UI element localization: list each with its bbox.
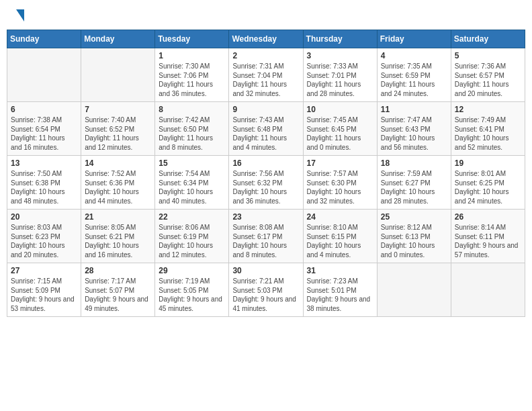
day-number: 11: [381, 105, 447, 114]
day-number: 30: [232, 266, 299, 275]
day-number: 7: [85, 105, 151, 114]
day-info: Sunrise: 7:38 AMSunset: 6:54 PMDaylight:…: [11, 116, 77, 152]
day-number: 27: [11, 266, 77, 275]
calendar-cell: 24Sunrise: 8:10 AMSunset: 6:15 PMDayligh…: [303, 210, 377, 263]
day-info: Sunrise: 7:31 AMSunset: 7:04 PMDaylight:…: [232, 62, 299, 98]
week-row-2: 6Sunrise: 7:38 AMSunset: 6:54 PMDaylight…: [7, 102, 525, 156]
calendar-cell: 30Sunrise: 7:21 AMSunset: 5:03 PMDayligh…: [229, 263, 303, 317]
calendar-cell: 15Sunrise: 7:54 AMSunset: 6:34 PMDayligh…: [155, 156, 229, 210]
calendar-cell: 2Sunrise: 7:31 AMSunset: 7:04 PMDaylight…: [229, 48, 303, 102]
day-number: 4: [381, 51, 447, 60]
day-number: 21: [85, 212, 151, 222]
calendar-table: SundayMondayTuesdayWednesdayThursdayFrid…: [7, 30, 525, 317]
day-info: Sunrise: 7:40 AMSunset: 6:52 PMDaylight:…: [85, 116, 151, 152]
day-number: 24: [307, 212, 373, 222]
day-info: Sunrise: 7:35 AMSunset: 6:59 PMDaylight:…: [381, 62, 447, 98]
day-number: 31: [307, 266, 373, 275]
calendar-cell: 8Sunrise: 7:42 AMSunset: 6:50 PMDaylight…: [155, 102, 229, 156]
calendar-cell: 4Sunrise: 7:35 AMSunset: 6:59 PMDaylight…: [377, 48, 451, 102]
calendar-cell: 31Sunrise: 7:23 AMSunset: 5:01 PMDayligh…: [303, 263, 377, 317]
day-number: 22: [159, 212, 225, 222]
page-header: [7, 7, 525, 24]
day-number: 9: [232, 105, 299, 114]
calendar-cell: 25Sunrise: 8:12 AMSunset: 6:13 PMDayligh…: [377, 210, 451, 263]
day-number: 1: [159, 51, 225, 60]
day-info: Sunrise: 7:15 AMSunset: 5:09 PMDaylight:…: [11, 277, 77, 313]
calendar-cell: 19Sunrise: 8:01 AMSunset: 6:25 PMDayligh…: [451, 156, 525, 210]
day-header-monday: Monday: [81, 30, 155, 48]
day-number: 23: [232, 212, 299, 222]
day-number: 29: [159, 266, 225, 275]
day-number: 25: [381, 212, 447, 222]
calendar-cell: 7Sunrise: 7:40 AMSunset: 6:52 PMDaylight…: [81, 102, 155, 156]
day-number: 6: [11, 105, 77, 114]
calendar-cell: 11Sunrise: 7:47 AMSunset: 6:43 PMDayligh…: [377, 102, 451, 156]
day-number: 17: [307, 158, 373, 168]
day-number: 3: [307, 51, 373, 60]
day-number: 15: [159, 158, 225, 168]
day-number: 16: [232, 158, 299, 168]
calendar-cell: 27Sunrise: 7:15 AMSunset: 5:09 PMDayligh…: [7, 263, 81, 317]
day-number: 20: [11, 212, 77, 222]
calendar-cell: 10Sunrise: 7:45 AMSunset: 6:45 PMDayligh…: [303, 102, 377, 156]
day-info: Sunrise: 7:47 AMSunset: 6:43 PMDaylight:…: [381, 116, 447, 152]
day-info: Sunrise: 7:17 AMSunset: 5:07 PMDaylight:…: [85, 277, 151, 313]
day-info: Sunrise: 8:08 AMSunset: 6:17 PMDaylight:…: [232, 223, 299, 259]
calendar-cell: 3Sunrise: 7:33 AMSunset: 7:01 PMDaylight…: [303, 48, 377, 102]
day-number: 18: [381, 158, 447, 168]
day-number: 8: [159, 105, 225, 114]
header-row: SundayMondayTuesdayWednesdayThursdayFrid…: [7, 30, 525, 48]
day-header-thursday: Thursday: [303, 30, 377, 48]
calendar-cell: [81, 48, 155, 102]
day-number: 2: [232, 51, 299, 60]
day-info: Sunrise: 7:43 AMSunset: 6:48 PMDaylight:…: [232, 116, 299, 152]
day-number: 10: [307, 105, 373, 114]
calendar-cell: 9Sunrise: 7:43 AMSunset: 6:48 PMDaylight…: [229, 102, 303, 156]
day-info: Sunrise: 7:45 AMSunset: 6:45 PMDaylight:…: [307, 116, 373, 152]
week-row-3: 13Sunrise: 7:50 AMSunset: 6:38 PMDayligh…: [7, 156, 525, 210]
calendar-cell: 26Sunrise: 8:14 AMSunset: 6:11 PMDayligh…: [451, 210, 525, 263]
day-header-saturday: Saturday: [451, 30, 525, 48]
day-number: 26: [455, 212, 521, 222]
day-number: 13: [11, 158, 77, 168]
day-info: Sunrise: 7:56 AMSunset: 6:32 PMDaylight:…: [232, 169, 299, 205]
svg-marker-0: [16, 9, 24, 21]
day-number: 19: [455, 158, 521, 168]
day-info: Sunrise: 8:06 AMSunset: 6:19 PMDaylight:…: [159, 223, 225, 259]
day-info: Sunrise: 7:33 AMSunset: 7:01 PMDaylight:…: [307, 62, 373, 98]
day-header-wednesday: Wednesday: [229, 30, 303, 48]
day-header-tuesday: Tuesday: [155, 30, 229, 48]
calendar-cell: 14Sunrise: 7:52 AMSunset: 6:36 PMDayligh…: [81, 156, 155, 210]
day-info: Sunrise: 7:52 AMSunset: 6:36 PMDaylight:…: [85, 169, 151, 205]
calendar-cell: [377, 263, 451, 317]
day-number: 14: [85, 158, 151, 168]
calendar-cell: 18Sunrise: 7:59 AMSunset: 6:27 PMDayligh…: [377, 156, 451, 210]
calendar-cell: 22Sunrise: 8:06 AMSunset: 6:19 PMDayligh…: [155, 210, 229, 263]
day-info: Sunrise: 7:21 AMSunset: 5:03 PMDaylight:…: [232, 277, 299, 313]
calendar-cell: 16Sunrise: 7:56 AMSunset: 6:32 PMDayligh…: [229, 156, 303, 210]
day-info: Sunrise: 7:50 AMSunset: 6:38 PMDaylight:…: [11, 169, 77, 205]
day-info: Sunrise: 8:12 AMSunset: 6:13 PMDaylight:…: [381, 223, 447, 259]
calendar-cell: 28Sunrise: 7:17 AMSunset: 5:07 PMDayligh…: [81, 263, 155, 317]
day-header-sunday: Sunday: [7, 30, 81, 48]
calendar-cell: 20Sunrise: 8:03 AMSunset: 6:23 PMDayligh…: [7, 210, 81, 263]
day-number: 12: [455, 105, 521, 114]
logo: [12, 9, 24, 21]
calendar-cell: 12Sunrise: 7:49 AMSunset: 6:41 PMDayligh…: [451, 102, 525, 156]
day-info: Sunrise: 7:30 AMSunset: 7:06 PMDaylight:…: [159, 62, 225, 98]
day-info: Sunrise: 7:42 AMSunset: 6:50 PMDaylight:…: [159, 116, 225, 152]
day-info: Sunrise: 8:14 AMSunset: 6:11 PMDaylight:…: [455, 223, 521, 259]
day-info: Sunrise: 7:59 AMSunset: 6:27 PMDaylight:…: [381, 169, 447, 205]
day-info: Sunrise: 7:36 AMSunset: 6:57 PMDaylight:…: [455, 62, 521, 98]
calendar-cell: [451, 263, 525, 317]
day-info: Sunrise: 8:01 AMSunset: 6:25 PMDaylight:…: [455, 169, 521, 205]
day-info: Sunrise: 7:23 AMSunset: 5:01 PMDaylight:…: [307, 277, 373, 313]
calendar-cell: 6Sunrise: 7:38 AMSunset: 6:54 PMDaylight…: [7, 102, 81, 156]
day-number: 28: [85, 266, 151, 275]
calendar-cell: 21Sunrise: 8:05 AMSunset: 6:21 PMDayligh…: [81, 210, 155, 263]
calendar-cell: 29Sunrise: 7:19 AMSunset: 5:05 PMDayligh…: [155, 263, 229, 317]
week-row-5: 27Sunrise: 7:15 AMSunset: 5:09 PMDayligh…: [7, 263, 525, 317]
day-info: Sunrise: 7:19 AMSunset: 5:05 PMDaylight:…: [159, 277, 225, 313]
calendar-cell: 13Sunrise: 7:50 AMSunset: 6:38 PMDayligh…: [7, 156, 81, 210]
calendar-cell: 23Sunrise: 8:08 AMSunset: 6:17 PMDayligh…: [229, 210, 303, 263]
